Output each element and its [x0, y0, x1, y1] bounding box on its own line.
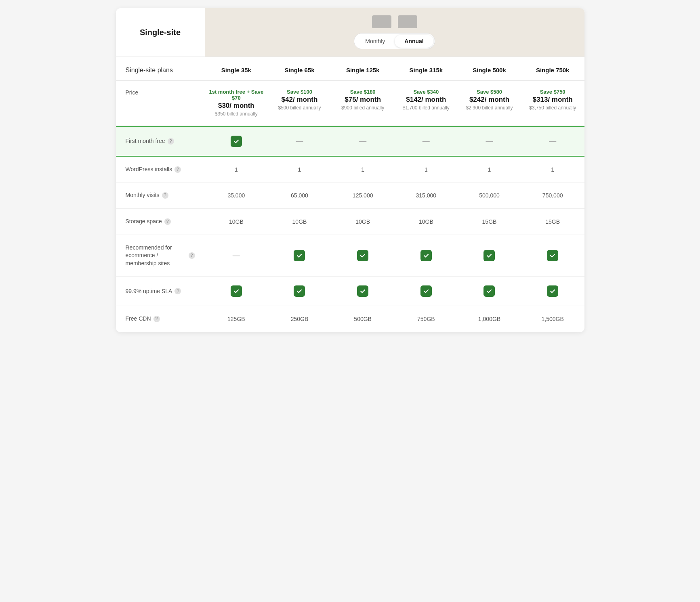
checkmark-icon	[483, 250, 495, 261]
uptime-sla-help-icon[interactable]: ?	[174, 288, 181, 294]
pricing-container: Single-site Monthly Annual Single-site p…	[116, 8, 584, 332]
uptime-cell-5	[458, 285, 521, 297]
plans-table: Single-site plans Single 35k Single 65k …	[116, 57, 584, 332]
page-title: Single-site	[140, 28, 181, 37]
checkmark-icon	[294, 250, 305, 261]
ecommerce-help-icon[interactable]: ?	[189, 252, 195, 259]
price-billed-2: $500 billed annually	[278, 105, 321, 111]
monthly-visits-row: Monthly visits ? 35,000 65,000 125,000 3…	[116, 182, 584, 209]
save-badge-6: Save $750	[540, 89, 565, 95]
monthly-visits-cell-4: 315,000	[395, 192, 458, 199]
plan-col-6: Single 750k	[521, 67, 584, 74]
monthly-visits-cell-6: 750,000	[521, 192, 584, 199]
monthly-visits-cell-2: 65,000	[268, 192, 331, 199]
checkmark-icon	[231, 285, 242, 297]
storage-space-help-icon[interactable]: ?	[164, 218, 171, 225]
storage-cell-4: 10GB	[395, 218, 458, 225]
price-cell-6: Save $750 $313/ month $3,750 billed annu…	[521, 89, 584, 111]
header: Single-site Monthly Annual	[116, 8, 584, 57]
monthly-visits-cell-1: 35,000	[205, 192, 268, 199]
storage-cell-2: 10GB	[268, 218, 331, 225]
plan-col-5: Single 500k	[458, 67, 521, 74]
plan-col-4: Single 315k	[395, 67, 458, 74]
price-billed-5: $2,900 billed annually	[466, 105, 513, 111]
cdn-cell-1: 125GB	[205, 316, 268, 322]
cdn-cell-4: 750GB	[395, 316, 458, 322]
ecommerce-cell-6	[521, 250, 584, 261]
price-billed-1: $350 billed annually	[215, 111, 258, 117]
checkmark-icon	[483, 285, 495, 297]
cdn-cell-3: 500GB	[331, 316, 395, 322]
wp-installs-cell-2: 1	[268, 166, 331, 173]
price-row: Price 1st month free + Save $70 $30/ mon…	[116, 81, 584, 126]
plans-header-row: Single-site plans Single 35k Single 65k …	[116, 57, 584, 81]
billing-toggle: Monthly Annual	[354, 33, 435, 49]
plan-col-1: Single 35k	[205, 67, 268, 74]
first-month-free-cell-5: —	[458, 137, 521, 145]
header-right-area: Monthly Annual	[205, 8, 584, 57]
uptime-cell-2	[268, 285, 331, 297]
price-cell-1: 1st month free + Save $70 $30/ month $35…	[205, 89, 268, 117]
wordpress-installs-row: WordPress installs ? 1 1 1 1 1 1	[116, 157, 584, 183]
price-cell-5: Save $580 $242/ month $2,900 billed annu…	[458, 89, 521, 111]
ecommerce-cell-1: —	[205, 251, 268, 260]
storage-space-row: Storage space ? 10GB 10GB 10GB 10GB 15GB…	[116, 209, 584, 235]
monthly-visits-label: Monthly visits ?	[116, 191, 205, 199]
storage-cell-3: 10GB	[331, 218, 395, 225]
ecommerce-cell-3	[331, 250, 395, 261]
storage-space-label: Storage space ?	[116, 218, 205, 226]
uptime-cell-3	[331, 285, 395, 297]
first-month-free-row: First month free ? — — — — —	[116, 126, 584, 157]
checkmark-icon	[357, 285, 368, 297]
annual-toggle[interactable]: Annual	[395, 35, 433, 48]
monthly-toggle[interactable]: Monthly	[355, 35, 395, 48]
price-main-6: $313/ month	[533, 96, 573, 104]
ecommerce-label: Recommended for ecommerce / membership s…	[116, 244, 205, 268]
plans-column-label: Single-site plans	[116, 67, 205, 74]
first-month-free-cell-6: —	[521, 137, 584, 145]
wordpress-installs-help-icon[interactable]: ?	[174, 166, 181, 173]
ecommerce-cell-2	[268, 250, 331, 261]
wordpress-installs-label: WordPress installs ?	[116, 166, 205, 174]
monthly-visits-help-icon[interactable]: ?	[162, 192, 168, 199]
first-month-free-label: First month free ?	[116, 137, 205, 145]
monthly-visits-cell-3: 125,000	[331, 192, 395, 199]
logo-2	[398, 15, 417, 28]
price-main-2: $42/ month	[282, 96, 318, 104]
first-month-free-cell-2: —	[268, 137, 331, 145]
price-cell-4: Save $340 $142/ month $1,700 billed annu…	[395, 89, 458, 111]
uptime-sla-label: 99.9% uptime SLA ?	[116, 287, 205, 296]
wp-installs-cell-4: 1	[395, 166, 458, 173]
price-main-1: $30/ month	[218, 102, 254, 110]
price-main-3: $75/ month	[345, 96, 381, 104]
free-cdn-help-icon[interactable]: ?	[153, 316, 160, 322]
first-month-free-cell-4: —	[395, 137, 458, 145]
uptime-cell-1	[205, 285, 268, 297]
cdn-cell-6: 1,500GB	[521, 316, 584, 322]
price-main-5: $242/ month	[469, 96, 509, 104]
ecommerce-cell-5	[458, 250, 521, 261]
header-title-area: Single-site	[116, 8, 205, 57]
wp-installs-cell-1: 1	[205, 166, 268, 173]
price-billed-6: $3,750 billed annually	[529, 105, 576, 111]
first-month-free-cell-3: —	[331, 137, 395, 145]
uptime-cell-6	[521, 285, 584, 297]
first-month-free-help-icon[interactable]: ?	[168, 138, 174, 145]
price-cell-2: Save $100 $42/ month $500 billed annuall…	[268, 89, 331, 111]
price-billed-3: $900 billed annually	[341, 105, 384, 111]
price-label: Price	[116, 89, 205, 97]
free-cdn-row: Free CDN ? 125GB 250GB 500GB 750GB 1,000…	[116, 306, 584, 332]
save-badge-4: Save $340	[413, 89, 439, 95]
plan-col-2: Single 65k	[268, 67, 331, 74]
logos-area	[372, 15, 417, 28]
save-badge-3: Save $180	[350, 89, 376, 95]
uptime-cell-4	[395, 285, 458, 297]
wp-installs-cell-3: 1	[331, 166, 395, 173]
ecommerce-row: Recommended for ecommerce / membership s…	[116, 235, 584, 277]
wp-installs-cell-5: 1	[458, 166, 521, 173]
logo-1	[372, 15, 391, 28]
save-badge-5: Save $580	[477, 89, 502, 95]
checkmark-icon	[294, 285, 305, 297]
price-main-4: $142/ month	[406, 96, 446, 104]
save-badge-1: 1st month free + Save $70	[205, 89, 268, 101]
